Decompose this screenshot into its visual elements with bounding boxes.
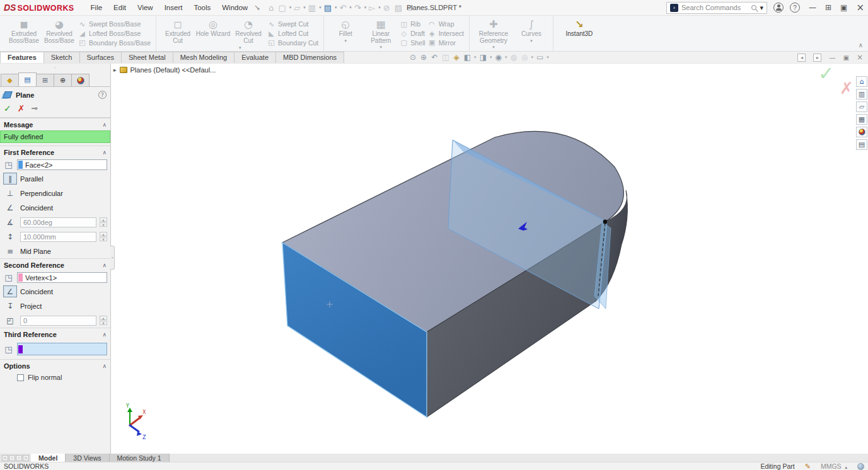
- second-reference-selection-field[interactable]: Vertex<1>: [17, 272, 107, 283]
- lofted-boss-base-button[interactable]: ◢ Lofted Boss/Base: [78, 29, 151, 38]
- linear-pattern-caret-icon[interactable]: ▾: [380, 45, 383, 50]
- tab-features[interactable]: Features: [0, 52, 44, 63]
- window-span-button[interactable]: ⊞: [825, 3, 831, 12]
- select-button[interactable]: ▻: [367, 2, 377, 14]
- doc-minimize-icon[interactable]: —: [829, 54, 835, 61]
- display-style-caret-icon[interactable]: ▾: [490, 55, 492, 60]
- flip-normal-checkbox[interactable]: [17, 374, 24, 381]
- menu-insert[interactable]: Insert: [159, 2, 188, 13]
- previous-view-icon[interactable]: ↶: [430, 53, 439, 62]
- message-section-header[interactable]: Message ∧: [0, 118, 110, 130]
- pm-pin-button[interactable]: ⊸: [31, 104, 37, 113]
- menu-pin-icon[interactable]: ⊸: [252, 2, 263, 13]
- status-units[interactable]: MMGS: [821, 462, 842, 470]
- offset-input[interactable]: 0: [20, 316, 96, 326]
- second-reference-header[interactable]: Second Reference ∧: [0, 258, 110, 271]
- hide-show-items-icon[interactable]: ◉: [494, 53, 502, 62]
- intersect-button[interactable]: ◈ Intersect: [428, 29, 464, 38]
- fillet-caret-icon[interactable]: ▾: [345, 38, 347, 43]
- panel-splitter-handle[interactable]: [110, 246, 115, 270]
- graphics-viewport[interactable]: ▸ Planes (Default) <<Defaul... ✓ ✗ ⌂ ▥ ▱…: [111, 64, 868, 454]
- second-reference-collapse-icon[interactable]: ∧: [102, 262, 107, 268]
- boundary-boss-base-button[interactable]: ◰ Boundary Boss/Base: [78, 38, 151, 47]
- extruded-cut-button[interactable]: ◻ Extruded Cut: [160, 17, 195, 50]
- lofted-cut-button[interactable]: ◣ Lofted Cut: [267, 29, 318, 38]
- tab-model[interactable]: Model: [31, 454, 66, 462]
- menu-file[interactable]: File: [86, 2, 108, 13]
- window-restore-button[interactable]: ▣: [840, 3, 847, 12]
- tab-evaluate[interactable]: Evaluate: [234, 52, 276, 63]
- confirmation-corner-ok-icon[interactable]: ✓: [818, 62, 834, 84]
- configurationmanager-tab[interactable]: ⊞: [36, 74, 54, 86]
- model-3d-view[interactable]: Y X Z: [111, 64, 868, 454]
- curves-button[interactable]: ∫ Curves ▾: [514, 17, 549, 50]
- linear-pattern-button[interactable]: ▦ Linear Pattern ▾: [363, 17, 398, 50]
- confirmation-corner-cancel-icon[interactable]: ✗: [840, 79, 854, 98]
- tab-nav-prev-icon[interactable]: ‹: [9, 455, 15, 461]
- window-minimize-button[interactable]: —: [809, 3, 816, 12]
- print-caret-icon[interactable]: ▾: [335, 5, 337, 10]
- search-caret-icon[interactable]: ▾: [760, 4, 763, 12]
- first-reference-selection-field[interactable]: Face<2>: [17, 159, 107, 170]
- doc-restore-icon[interactable]: ▣: [843, 54, 848, 61]
- taskpane-custom-properties-icon[interactable]: ▤: [856, 139, 867, 150]
- redo-caret-icon[interactable]: ▾: [364, 5, 367, 10]
- first-reference-collapse-icon[interactable]: ∧: [102, 149, 107, 156]
- tab-sketch[interactable]: Sketch: [43, 52, 80, 63]
- units-caret-icon[interactable]: ▴: [845, 465, 847, 470]
- curves-caret-icon[interactable]: ▾: [530, 38, 533, 43]
- doc-close-icon[interactable]: ×: [857, 53, 863, 62]
- reference-geometry-caret-icon[interactable]: ▾: [492, 45, 495, 50]
- print-button[interactable]: ▤: [322, 2, 333, 14]
- feature-tree-root[interactable]: ▸ Planes (Default) <<Defaul...: [113, 66, 216, 74]
- doc-dock-left-icon[interactable]: ◂: [797, 54, 806, 62]
- hide-show-caret-icon[interactable]: ▾: [505, 55, 507, 60]
- zoom-fit-icon[interactable]: ⊙: [408, 53, 417, 62]
- globe-icon[interactable]: [857, 463, 864, 470]
- scene-caret-icon[interactable]: ▾: [531, 55, 533, 60]
- open-button[interactable]: ▱: [292, 2, 302, 14]
- cut-group-caret-icon[interactable]: ▾: [239, 45, 241, 50]
- window-close-button[interactable]: ×: [856, 2, 864, 13]
- view-settings-icon[interactable]: ▭: [535, 53, 545, 62]
- revolved-cut-button[interactable]: ◔ Revolved Cut: [231, 17, 266, 50]
- pm-cancel-button[interactable]: ✗: [18, 103, 25, 113]
- open-caret-icon[interactable]: ▾: [303, 5, 306, 10]
- wrap-button[interactable]: ◠ Wrap: [428, 20, 464, 29]
- file-properties-button[interactable]: ▤: [393, 2, 404, 14]
- coincident-second-button[interactable]: ∠: [3, 285, 17, 297]
- options-collapse-icon[interactable]: ∧: [102, 363, 107, 369]
- tab-mbd-dimensions[interactable]: MBD Dimensions: [275, 52, 344, 63]
- third-reference-selection-field[interactable]: [17, 343, 107, 355]
- search-icon[interactable]: [751, 5, 756, 10]
- edit-appearance-icon[interactable]: ◍: [509, 53, 518, 62]
- menu-edit[interactable]: Edit: [108, 2, 131, 13]
- angle-spinner[interactable]: ▲▼: [100, 217, 107, 227]
- options-header[interactable]: Options ∧: [0, 359, 110, 372]
- apply-scene-icon[interactable]: ◎: [520, 53, 529, 62]
- tab-nav-next-icon[interactable]: ›: [16, 455, 22, 461]
- displaymanager-tab[interactable]: [71, 74, 90, 86]
- selected-vertex[interactable]: [603, 220, 608, 224]
- display-style-icon[interactable]: ◨: [478, 53, 488, 62]
- taskpane-view-palette-icon[interactable]: ▦: [856, 114, 867, 125]
- new-document-button[interactable]: ▢: [277, 2, 288, 14]
- tab-sheet-metal[interactable]: Sheet Metal: [121, 52, 173, 63]
- project-button[interactable]: ↧: [3, 300, 17, 312]
- menu-tools[interactable]: Tools: [188, 2, 216, 13]
- featuremanager-tree-tab[interactable]: ◆: [1, 74, 19, 86]
- tab-surfaces[interactable]: Surfaces: [79, 52, 122, 63]
- coincident-button[interactable]: ∠: [3, 202, 17, 214]
- first-reference-header[interactable]: First Reference ∧: [0, 146, 110, 158]
- realview-icon[interactable]: ◈: [453, 53, 461, 62]
- dimxpertmanager-tab[interactable]: ⊕: [54, 74, 72, 86]
- new-caret-icon[interactable]: ▾: [289, 5, 292, 10]
- third-reference-collapse-icon[interactable]: ∧: [102, 331, 107, 338]
- offset-spinner[interactable]: ▲▼: [100, 316, 107, 325]
- taskpane-design-library-icon[interactable]: ▥: [856, 89, 867, 100]
- mirror-button[interactable]: ▣ Mirror: [428, 38, 464, 47]
- save-caret-icon[interactable]: ▾: [319, 5, 321, 10]
- draft-button[interactable]: ◇ Draft: [400, 29, 425, 38]
- help-icon[interactable]: ?: [790, 3, 800, 13]
- orientation-caret-icon[interactable]: ▾: [474, 55, 477, 60]
